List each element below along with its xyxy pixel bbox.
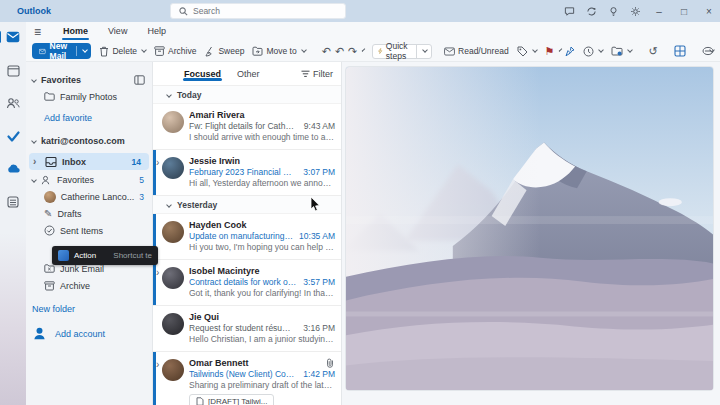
categorize-tag-button[interactable] <box>513 44 541 59</box>
delete-button[interactable]: Delete <box>95 44 150 59</box>
archive-button[interactable]: Archive <box>150 44 200 58</box>
clock-icon <box>583 46 594 57</box>
tab-help[interactable]: Help <box>145 24 168 39</box>
new-mail-dropdown[interactable] <box>76 46 91 56</box>
archive-folder-icon <box>44 281 55 291</box>
quick-steps-dropdown[interactable] <box>416 44 431 59</box>
folder-sent-items[interactable]: Sent Items <box>26 222 152 239</box>
inbox-expand-icon[interactable]: › <box>33 156 40 167</box>
keytip-app-icon <box>58 250 69 261</box>
rail-more-apps-icon[interactable] <box>5 195 21 209</box>
rail-people-icon[interactable] <box>5 96 21 110</box>
search-input[interactable]: Search <box>170 3 346 19</box>
attachment-chip[interactable]: [DRAFT] Tailwi... <box>189 394 274 405</box>
filter-icon <box>301 70 310 78</box>
rules-folder-button[interactable] <box>607 44 636 58</box>
message-row[interactable]: › Jessie Irwin February 2023 Financial R… <box>153 150 341 196</box>
add-account-avatar-icon <box>32 326 47 341</box>
quick-steps-button[interactable]: Quick steps <box>372 44 432 59</box>
minimize-button[interactable]: – <box>652 6 666 17</box>
folder-favorites-contacts[interactable]: Favorites 5 <box>26 171 152 188</box>
message-row[interactable]: Amari Rivera Fw: Flight details for Cath… <box>153 104 341 150</box>
pin-button[interactable] <box>561 44 579 59</box>
folder-catherine[interactable]: Catherine Lanco... 3 <box>26 188 152 205</box>
sent-icon <box>44 225 55 236</box>
collapse-folder-pane-icon[interactable] <box>134 75 145 85</box>
rail-todo-icon[interactable] <box>5 129 21 143</box>
tab-other[interactable]: Other <box>236 65 261 83</box>
archive-icon <box>154 46 165 56</box>
feedback-icon[interactable] <box>564 6 575 17</box>
folder-settings-icon <box>611 46 623 56</box>
snooze-button[interactable] <box>579 44 607 59</box>
shortcut-keytip: Action Shortcut te <box>52 246 158 265</box>
avatar <box>162 359 184 381</box>
trash-icon <box>99 46 109 57</box>
catherine-count: 3 <box>139 192 144 202</box>
message-row[interactable]: Hayden Cook Update on manufacturing plan… <box>153 214 341 260</box>
new-mail-button[interactable]: New Mail <box>32 43 91 59</box>
message-row[interactable]: Jie Qui Request for student résumé revie… <box>153 306 341 352</box>
close-button[interactable]: × <box>702 6 716 17</box>
mouse-cursor <box>310 197 321 214</box>
app-rail <box>0 22 26 405</box>
rail-mail-icon[interactable] <box>5 30 21 44</box>
account-header[interactable]: katri@contoso.com <box>26 132 152 149</box>
rail-onedrive-icon[interactable] <box>5 162 21 176</box>
catherine-avatar <box>44 191 56 203</box>
print-button[interactable] <box>698 44 718 58</box>
read-unread-envelope-icon <box>444 47 455 56</box>
avatar <box>162 111 184 133</box>
tab-focused[interactable]: Focused <box>183 65 222 83</box>
hamburger-menu-icon[interactable]: ≡ <box>34 25 41 39</box>
inbox-count: 14 <box>132 157 141 167</box>
search-icon <box>179 7 188 16</box>
favorites-count: 5 <box>139 175 144 185</box>
move-to-button[interactable]: Move to <box>248 44 309 58</box>
folder-pane: Favorites Family Photos Add favorite kat… <box>26 62 152 405</box>
add-account-button[interactable]: Add account <box>26 325 152 342</box>
avatar <box>162 157 184 179</box>
apps-button[interactable] <box>670 43 690 59</box>
settings-gear-icon[interactable] <box>630 6 641 17</box>
maximize-button[interactable]: □ <box>677 6 691 17</box>
folder-family-photos[interactable]: Family Photos <box>26 88 152 105</box>
junk-icon <box>44 264 55 273</box>
add-favorite-link[interactable]: Add favorite <box>26 109 152 126</box>
tab-view[interactable]: View <box>106 24 129 39</box>
tips-lightbulb-icon[interactable] <box>608 6 619 17</box>
avatar <box>162 313 184 335</box>
folder-drafts[interactable]: ✎ Drafts <box>26 205 152 222</box>
undo-button[interactable]: ↺ <box>644 43 661 60</box>
tab-home[interactable]: Home <box>61 24 90 39</box>
folder-archive[interactable]: Archive <box>26 277 152 294</box>
message-row[interactable]: › Omar Bennett Tailwinds (New Client) Co… <box>153 352 341 405</box>
filter-button[interactable]: Filter <box>301 69 333 79</box>
new-folder-link[interactable]: New folder <box>26 300 152 317</box>
ribbon-toolbar: New Mail Delete Archive Sweep Move to ↶ … <box>26 41 720 62</box>
rail-calendar-icon[interactable] <box>5 63 21 77</box>
app-title: Outlook <box>17 6 51 16</box>
expand-conversation-icon[interactable]: › <box>156 359 159 370</box>
attachment-paperclip-icon <box>326 358 334 368</box>
sync-icon[interactable] <box>586 6 597 17</box>
forward-dropdown[interactable] <box>362 48 366 52</box>
folder-inbox[interactable]: › Inbox 14 <box>29 153 149 170</box>
message-row[interactable]: › Isobel Macintyre Contract details for … <box>153 260 341 306</box>
titlebar: Outlook Search <box>0 0 720 22</box>
favorites-header[interactable]: Favorites <box>26 71 152 88</box>
lightning-icon <box>378 46 383 56</box>
outlook-window: Outlook Search <box>0 0 720 405</box>
expand-conversation-icon[interactable]: › <box>156 157 159 168</box>
sweep-button[interactable]: Sweep <box>200 44 248 59</box>
sweep-broom-icon <box>204 46 215 57</box>
group-header-today[interactable]: Today <box>153 86 341 104</box>
wallpaper-image <box>345 66 714 391</box>
move-to-folder-icon <box>252 46 263 56</box>
read-unread-button[interactable]: Read/Unread <box>440 44 513 58</box>
expand-conversation-icon[interactable]: › <box>156 267 159 278</box>
avatar <box>162 267 184 289</box>
flag-button[interactable]: ⚑ <box>541 43 559 60</box>
ribbon-tabs: ≡ Home View Help <box>26 22 720 41</box>
forward-button[interactable]: ↷ <box>344 43 361 60</box>
